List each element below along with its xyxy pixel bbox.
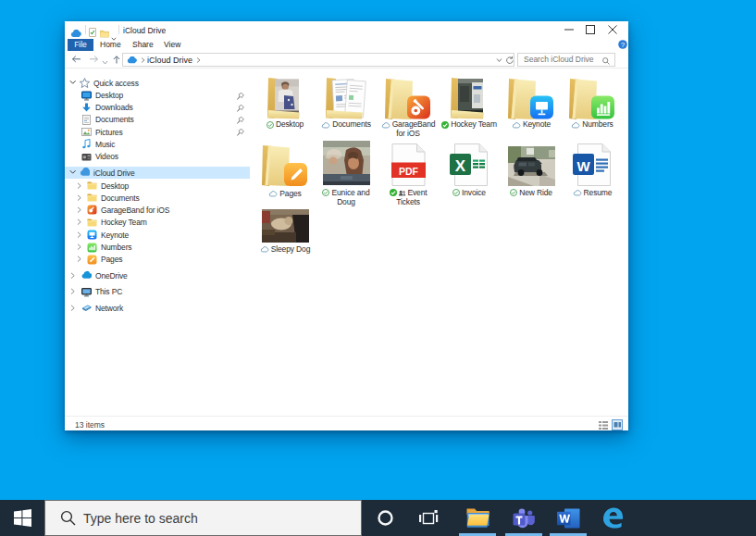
svg-text:?: ? — [621, 41, 626, 49]
svg-text:W: W — [576, 158, 590, 174]
svg-text:PDF: PDF — [399, 166, 419, 177]
svg-text:X: X — [455, 157, 466, 175]
